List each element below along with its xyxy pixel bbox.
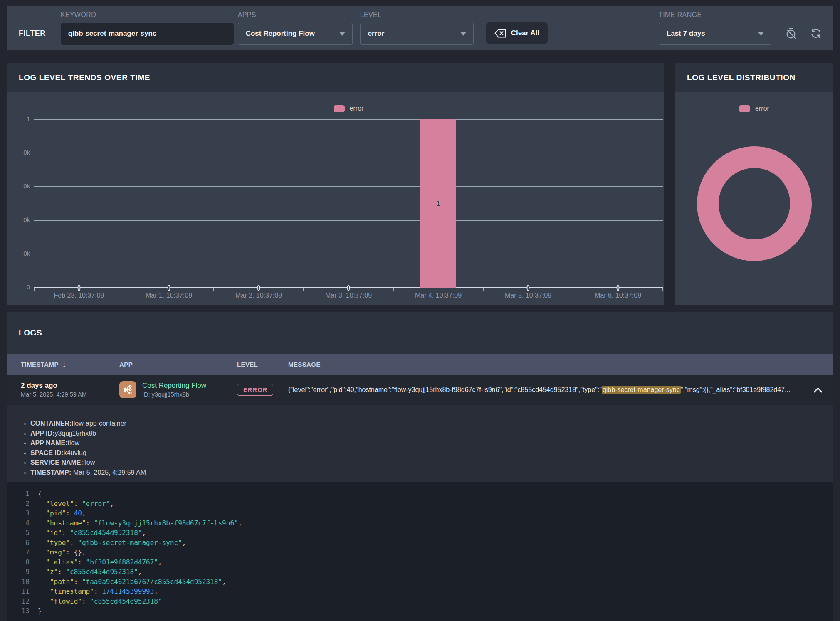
- code-line: 3 "pid": 40,: [18, 508, 833, 518]
- axis-tick: [124, 288, 124, 291]
- metadata-item: TIMESTAMP: Mar 5, 2025, 4:29:59 AM: [30, 468, 833, 478]
- app-name-link[interactable]: Cost Reporting Flow: [142, 382, 206, 390]
- metadata-item: SPACE ID:k4uvlug: [30, 448, 833, 458]
- axis-tick: [34, 288, 35, 291]
- log-metadata-list: CONTAINER:flow-app-containerAPP ID:y3quj…: [25, 419, 833, 477]
- column-header-app[interactable]: APP: [119, 361, 237, 368]
- axis-tick: [483, 288, 484, 291]
- line-number: 6: [18, 538, 30, 548]
- x-axis-tick-label: Mar 2, 10:37:09: [235, 292, 282, 299]
- chevron-down-icon: [339, 32, 346, 36]
- time-range-select[interactable]: Last 7 days: [659, 23, 771, 45]
- level-label: LEVEL: [360, 11, 474, 19]
- code-line: 1{: [18, 489, 833, 499]
- y-axis-tick-label: 0k: [23, 182, 30, 190]
- flow-app-icon: [119, 381, 136, 398]
- bar-slot: Mar 6, 10:37:09: [573, 119, 663, 288]
- bar-value-label: 1: [437, 200, 440, 207]
- y-axis-tick-label: 0k: [23, 250, 30, 257]
- bar-slot: Mar 5, 10:37:09: [483, 119, 573, 288]
- code-line: 13}: [18, 606, 833, 616]
- axis-tick: [573, 288, 573, 291]
- code-line: 8 "_alias": "bf301e9f882d4767",: [18, 557, 833, 567]
- collapse-row-button[interactable]: [811, 385, 825, 395]
- legend-swatch-error: [739, 105, 750, 112]
- logs-panel-header: LOGS: [7, 312, 833, 354]
- timestamp-cell: 2 days ago Mar 5, 2025, 4:29:59 AM: [21, 382, 119, 398]
- x-axis-tick-label: Mar 6, 10:37:09: [595, 292, 641, 299]
- bar-slot: 1Mar 4, 10:37:09: [393, 119, 483, 288]
- y-axis-tick-label: 0k: [23, 216, 30, 223]
- line-number: 12: [18, 596, 30, 606]
- keyword-field: KEYWORD: [61, 11, 234, 45]
- distribution-legend[interactable]: error: [675, 105, 833, 112]
- keyword-input[interactable]: [61, 23, 234, 45]
- axis-tick: [303, 288, 304, 291]
- code-line: 4 "hostname": "flow-y3qujj15rhx8b-f98d67…: [18, 518, 833, 528]
- clear-all-label: Clear All: [511, 29, 539, 37]
- logs-panel-title: LOGS: [19, 328, 42, 338]
- time-range-selected-value: Last 7 days: [667, 30, 705, 38]
- line-number: 4: [18, 518, 30, 528]
- trends-legend[interactable]: error: [34, 105, 663, 112]
- level-selected-value: error: [368, 30, 385, 38]
- x-axis-tick-label: Mar 5, 10:37:09: [505, 292, 551, 299]
- metadata-item: SERVICE NAME:flow: [30, 458, 833, 468]
- axis-tick: [393, 288, 394, 291]
- code-line: 9 "z": "c855cd454d952318",: [18, 567, 833, 577]
- line-number: 9: [18, 567, 30, 577]
- chevron-down-icon: [460, 32, 467, 36]
- x-axis-tick-label: Mar 4, 10:37:09: [415, 292, 462, 299]
- line-number: 5: [18, 528, 30, 538]
- code-line: 10 "path": "faa0a9c4621b6767/c855cd454d9…: [18, 577, 833, 587]
- relative-time: 2 days ago: [21, 382, 119, 390]
- apps-select[interactable]: Cost Reporting Flow: [238, 23, 353, 45]
- app-id: ID: y3qujj15rhx8b: [142, 391, 206, 398]
- filter-bar: FILTER KEYWORD APPS Cost Reporting Flow …: [7, 6, 833, 50]
- refresh-button[interactable]: [807, 25, 825, 42]
- line-number: 1: [18, 489, 30, 499]
- apps-selected-value: Cost Reporting Flow: [246, 30, 315, 38]
- log-level-trends-panel: LOG LEVEL TRENDS OVER TIME error 10k0k0k…: [7, 63, 664, 305]
- donut-chart-error-slice[interactable]: [697, 146, 812, 261]
- log-table-row[interactable]: 2 days ago Mar 5, 2025, 4:29:59 AM: [7, 375, 833, 405]
- time-range-label: TIME RANGE: [659, 11, 771, 19]
- level-select[interactable]: error: [360, 23, 474, 45]
- logs-panel: LOGS TIMESTAMP ↓ APP LEVEL MESSAGE 2 day…: [7, 312, 833, 621]
- legend-label-error: error: [755, 105, 769, 112]
- keyword-highlight: qibb-secret-manager-sync: [602, 386, 681, 394]
- code-line: 2 "level": "error",: [18, 499, 833, 509]
- chevron-down-icon: [758, 32, 764, 36]
- log-dashboard: FILTER KEYWORD APPS Cost Reporting Flow …: [0, 0, 840, 621]
- clear-all-button[interactable]: Clear All: [486, 22, 548, 44]
- code-line: 5 "id": "c855cd454d952318",: [18, 528, 833, 538]
- log-json-code-block: 1{2 "level": "error",3 "pid": 40,4 "host…: [7, 482, 833, 621]
- level-field: LEVEL error: [360, 11, 474, 45]
- code-line: 7 "msg": {},: [18, 547, 833, 557]
- code-line: 6 "type": "qibb-secret-manager-sync",: [18, 538, 833, 548]
- axis-point-marker: [527, 285, 530, 291]
- log-level-distribution-panel: LOG LEVEL DISTRIBUTION error: [675, 63, 833, 305]
- trends-panel-header: LOG LEVEL TRENDS OVER TIME: [7, 63, 664, 92]
- axis-point-marker: [617, 285, 620, 291]
- metadata-item: APP NAME:flow: [30, 438, 833, 448]
- column-header-level[interactable]: LEVEL: [237, 361, 288, 368]
- bar-chart-plot: 10k0k0k0k0Feb 28, 10:37:09Mar 1, 10:37:0…: [34, 119, 663, 288]
- axis-point-marker: [168, 285, 170, 291]
- keyword-label: KEYWORD: [61, 11, 234, 19]
- error-level-badge: ERROR: [237, 384, 273, 396]
- legend-label-error: error: [350, 105, 364, 112]
- error-bar[interactable]: 1: [420, 119, 456, 288]
- bar-slot: Mar 1, 10:37:09: [124, 119, 214, 288]
- auto-refresh-off-button[interactable]: [782, 25, 800, 42]
- chevron-up-icon: [813, 387, 823, 393]
- timer-off-icon: [785, 27, 797, 39]
- axis-tick: [213, 288, 214, 291]
- legend-swatch-error: [334, 105, 345, 112]
- line-number: 10: [18, 577, 30, 587]
- line-number: 2: [18, 499, 30, 509]
- code-line: 11 "timestamp": 1741145399993,: [18, 586, 833, 596]
- y-axis-tick-label: 0k: [23, 149, 30, 156]
- column-header-message[interactable]: MESSAGE: [288, 361, 805, 368]
- column-header-timestamp[interactable]: TIMESTAMP ↓: [21, 360, 119, 369]
